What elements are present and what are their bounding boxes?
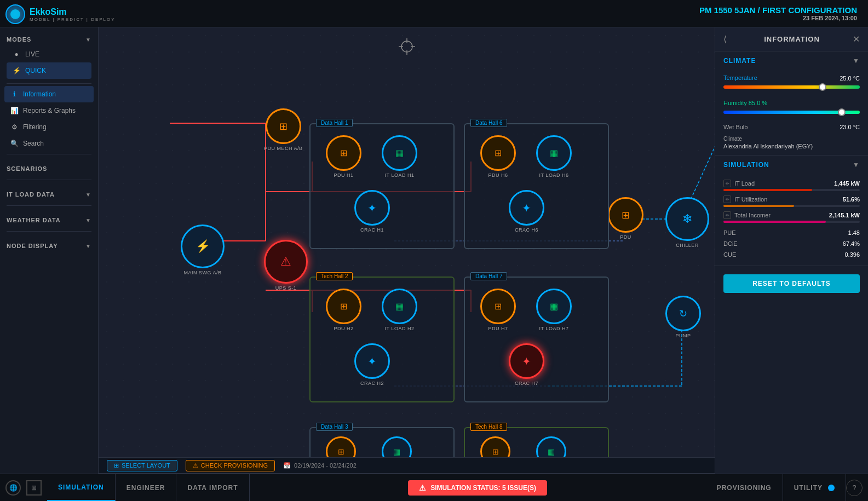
tab-engineer[interactable]: ENGINEER (116, 474, 177, 501)
crac-h7-circle[interactable]: ✦ (509, 343, 544, 379)
main-canvas: ⚡ MAIN SWG A/B ⚠ UPS S-1 ⊞ PDU MECH A/B … (99, 27, 715, 457)
wet-bulb-label: Wet Bulb (723, 124, 748, 130)
node-main-swg[interactable]: ⚡ MAIN SWG A/B (181, 224, 225, 275)
sidebar-item-filtering[interactable]: ⚙ Filtering (4, 119, 94, 135)
crac-h6-circle[interactable]: ✦ (509, 190, 544, 226)
status-bar: ⚠ SIMULATION STATUS: 5 ISSUE(S) (250, 480, 706, 496)
node-it-load-h1[interactable]: ▦ IT LOAD H1 (382, 135, 417, 178)
pue-value: 1.48 (848, 229, 860, 236)
it-load-h7-circle[interactable]: ▦ (536, 289, 572, 324)
sidebar-item-quick[interactable]: ⚡ QUICK (7, 62, 91, 79)
help-icon: ? (853, 484, 856, 492)
pdu-h1-circle[interactable]: ⊞ (326, 135, 361, 171)
node-partial-2[interactable]: ▦ (382, 436, 412, 457)
tab-utility[interactable]: UTILITY (783, 474, 846, 501)
node-partial-1[interactable]: ⊞ (326, 436, 356, 457)
main-swg-label: MAIN SWG A/B (183, 270, 221, 275)
node-pdu-h1[interactable]: ⊞ PDU H1 (326, 135, 361, 178)
hall-label-2: Tech Hall 2 (316, 272, 353, 280)
partial-4-circle[interactable]: ▦ (536, 436, 566, 457)
node-partial-4[interactable]: ▦ (536, 436, 566, 457)
help-btn[interactable]: ? (846, 480, 863, 496)
sidebar-item-information[interactable]: ℹ Information (4, 86, 94, 102)
simulation-section-header[interactable]: SIMULATION ▼ (715, 156, 868, 174)
node-pdu-h7[interactable]: ⊞ PDU H7 (480, 289, 516, 331)
node-chiller[interactable]: ❄ CHILLER (665, 197, 709, 248)
node-crac-h7[interactable]: ✦ CRAC H7 (509, 343, 544, 386)
sidebar-item-live[interactable]: ● LIVE (7, 46, 91, 62)
dcie-label: DCiE (723, 240, 738, 247)
node-pdu-mech[interactable]: ⊞ PDU MECH A/B (264, 108, 303, 151)
partial-3-circle[interactable]: ⊞ (480, 436, 510, 457)
node-crac-h2[interactable]: ✦ CRAC H2 (354, 343, 390, 386)
ups-circle[interactable]: ⚠ (264, 240, 308, 284)
sidebar-item-reports[interactable]: 📊 Reports & Graphs (4, 102, 94, 119)
hall-label-7: Data Hall 7 (470, 272, 507, 280)
humidity-slider-track[interactable] (723, 111, 860, 114)
pdu-h1-label: PDU H1 (334, 172, 353, 178)
it-load-h6-circle[interactable]: ▦ (536, 135, 572, 171)
reset-defaults-btn[interactable]: RESET TO DEFAULTS (723, 274, 860, 293)
logo: EkkoSim MODEL | PREDICT | DEPLOY (5, 4, 116, 24)
node-display-header[interactable]: NODE DISPLAY ▼ (7, 239, 91, 252)
it-load-h1-circle[interactable]: ▦ (382, 135, 417, 171)
partial-1-circle[interactable]: ⊞ (326, 436, 356, 457)
utility-dot (828, 485, 835, 491)
grid-btn[interactable]: ⊞ (26, 480, 42, 496)
scenarios-header[interactable]: SCENARIOS (7, 162, 91, 175)
climate-location-value: Alexandria Al Iskandariyah (EGY) (723, 143, 860, 149)
node-it-load-h6[interactable]: ▦ IT LOAD H6 (536, 135, 572, 178)
node-pdu-h2[interactable]: ⊞ PDU H2 (326, 289, 361, 331)
it-util-edit-btn[interactable]: ✏ (723, 195, 731, 203)
crac-h2-circle[interactable]: ✦ (354, 343, 390, 379)
sidebar-divider-2 (7, 154, 91, 154)
main-swg-circle[interactable]: ⚡ (181, 224, 225, 268)
node-ups[interactable]: ⚠ UPS S-1 (264, 240, 308, 291)
simulation-content: ✏ IT Load 1,445 kW ✏ IT Utilization 51.6… (715, 174, 868, 266)
weather-data-header[interactable]: WEATHER DATA ▼ (7, 214, 91, 227)
total-incomer-value: 2,145.1 kW (829, 212, 860, 218)
it-util-bar-track (723, 205, 860, 207)
node-it-load-h2[interactable]: ▦ IT LOAD H2 (382, 289, 417, 331)
climate-section-header[interactable]: CLIMATE ▼ (715, 51, 868, 70)
it-load-edit-btn[interactable]: ✏ (723, 180, 731, 187)
globe-btn[interactable]: 🌐 (5, 480, 21, 496)
modes-section-header[interactable]: MODES ▼ (7, 33, 91, 46)
temperature-slider-track[interactable] (723, 85, 860, 89)
simulation-chevron: ▼ (853, 161, 860, 169)
crac-h1-circle[interactable]: ✦ (354, 190, 390, 226)
node-crac-h6[interactable]: ✦ CRAC H6 (509, 190, 544, 233)
pdu-top-circle[interactable]: ⊞ (608, 197, 643, 233)
it-load-data-header[interactable]: IT LOAD DATA ▼ (7, 188, 91, 201)
node-pdu-top[interactable]: ⊞ PDU (608, 197, 643, 240)
tab-simulation[interactable]: SIMULATION (47, 474, 116, 501)
panel-collapse-btn[interactable]: ⟨ (723, 34, 727, 44)
it-load-bar-track (723, 189, 860, 191)
select-layout-btn[interactable]: ⊞ SELECT LAYOUT (107, 460, 177, 471)
sidebar-item-search[interactable]: 🔍 Search (4, 135, 94, 152)
bottom-bar: 🌐 ⊞ SIMULATION ENGINEER DATA IMPORT ⚠ SI… (0, 474, 868, 501)
cue-row: CUE 0.396 (723, 249, 860, 260)
node-pump-bottom[interactable]: ↻ PUMP (665, 296, 701, 338)
temperature-slider-thumb[interactable] (819, 83, 826, 91)
pump-bottom-circle[interactable]: ↻ (665, 296, 701, 331)
pdu-h6-circle[interactable]: ⊞ (480, 135, 516, 171)
pdu-h2-circle[interactable]: ⊞ (326, 289, 361, 324)
node-partial-3[interactable]: ⊞ (480, 436, 510, 457)
tab-provisioning[interactable]: PROVISIONING (706, 474, 783, 501)
tab-data-import[interactable]: DATA IMPORT (176, 474, 249, 501)
it-load-h2-circle[interactable]: ▦ (382, 289, 417, 324)
bottom-left-icons: 🌐 ⊞ (0, 480, 47, 496)
node-it-load-h7[interactable]: ▦ IT LOAD H7 (536, 289, 572, 331)
panel-close-btn[interactable]: ✕ (853, 34, 860, 44)
check-provisioning-btn[interactable]: ⚠ CHECK PROVISIONING (186, 460, 275, 471)
node-crac-h1[interactable]: ✦ CRAC H1 (354, 190, 390, 233)
pdu-h7-circle[interactable]: ⊞ (480, 289, 516, 324)
total-incomer-edit-btn[interactable]: ✏ (723, 211, 731, 219)
it-load-label: IT Load (734, 180, 755, 187)
node-pdu-h6[interactable]: ⊞ PDU H6 (480, 135, 516, 178)
chiller-circle[interactable]: ❄ (665, 197, 709, 241)
humidity-slider-thumb[interactable] (838, 108, 846, 116)
partial-2-circle[interactable]: ▦ (382, 436, 412, 457)
pdu-mech-circle[interactable]: ⊞ (266, 108, 301, 144)
